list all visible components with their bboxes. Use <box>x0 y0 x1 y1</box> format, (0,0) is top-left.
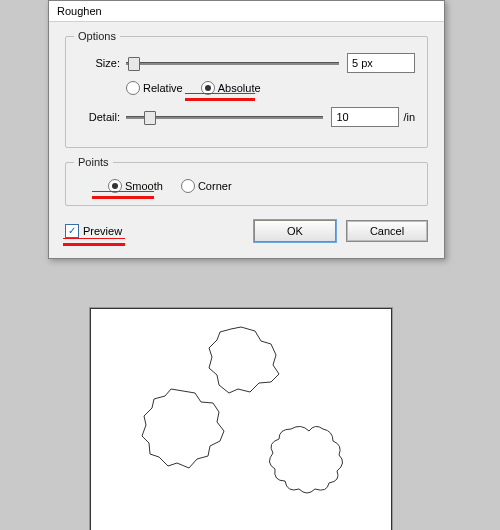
detail-slider[interactable] <box>126 109 323 125</box>
annotation-underline <box>63 238 125 246</box>
options-legend: Options <box>74 30 120 42</box>
relative-label: Relative <box>143 82 183 94</box>
options-group: Options Size: Relative Absolute <box>65 36 428 148</box>
points-group: Points Smooth Corner <box>65 162 428 206</box>
detail-label: Detail: <box>78 111 120 123</box>
preview-label: Preview <box>83 225 122 237</box>
size-row: Size: <box>78 53 415 73</box>
detail-slider-thumb[interactable] <box>144 111 156 125</box>
dialog-title: Roughen <box>49 1 444 22</box>
preview-checkbox[interactable]: ✓ Preview <box>65 224 122 238</box>
smooth-radio[interactable]: Smooth <box>108 179 163 193</box>
annotation-underline <box>92 191 154 199</box>
detail-row: Detail: /in <box>78 107 415 127</box>
document-canvas <box>90 308 392 530</box>
detail-input[interactable] <box>331 107 399 127</box>
corner-radio[interactable]: Corner <box>181 179 232 193</box>
dialog-body: Options Size: Relative Absolute <box>49 22 444 258</box>
dialog-buttons: ✓ Preview OK Cancel <box>65 220 428 242</box>
annotation-underline <box>185 93 255 101</box>
roughen-dialog: Roughen Options Size: Relative Absol <box>48 0 445 259</box>
points-legend: Points <box>74 156 113 168</box>
checkbox-icon: ✓ <box>65 224 79 238</box>
relative-radio[interactable]: Relative <box>126 81 183 95</box>
size-slider[interactable] <box>126 55 339 71</box>
size-slider-thumb[interactable] <box>128 57 140 71</box>
detail-unit: /in <box>403 111 415 123</box>
size-label: Size: <box>78 57 120 69</box>
preview-artwork <box>91 309 391 530</box>
absolute-radio[interactable]: Absolute <box>201 81 261 95</box>
cancel-button[interactable]: Cancel <box>346 220 428 242</box>
ok-button[interactable]: OK <box>254 220 336 242</box>
radio-icon <box>181 179 195 193</box>
radio-icon <box>126 81 140 95</box>
size-input[interactable] <box>347 53 415 73</box>
corner-label: Corner <box>198 180 232 192</box>
